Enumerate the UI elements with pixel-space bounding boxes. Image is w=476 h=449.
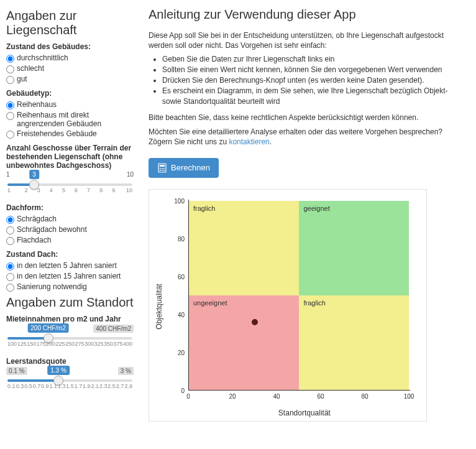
- calculator-icon: [157, 163, 167, 173]
- radio-option[interactable]: gut: [6, 75, 134, 84]
- radio-option[interactable]: Reihenhaus: [6, 100, 134, 109]
- zustand-radiogroup: durchschnittlichschlechtgut: [6, 53, 134, 84]
- typ-radiogroup: ReihenhausReihenhaus mit direkt angrenze…: [6, 100, 134, 139]
- intro-text: Diese App soll Sie bei in der Entscheidu…: [149, 30, 467, 50]
- berechnen-label: Berechnen: [171, 163, 210, 172]
- slider-max-label: 3 %: [118, 367, 134, 375]
- radio-label: in den letzten 5 Jahren saniert: [17, 261, 117, 270]
- radio-option[interactable]: in den letzten 5 Jahren saniert: [6, 261, 134, 271]
- radio-option[interactable]: Schrägdach bewohnt: [6, 225, 134, 234]
- zustand-dach-label: Zustand Dach:: [6, 250, 134, 259]
- radio-label: Reihenhaus mit direkt angrenzenden Gebäu…: [17, 111, 134, 128]
- sidebar-section1-title: Angaben zur Liegenschaft: [6, 9, 134, 37]
- chart-quadrant: fraglich: [188, 201, 299, 296]
- quadrant-label: geeignet: [304, 205, 330, 212]
- slider-max-label: 10: [127, 171, 134, 178]
- x-tick: 40: [273, 391, 280, 400]
- radio-option[interactable]: Freistehendes Gebäude: [6, 129, 134, 139]
- slider-value-bubble: 1.3 %: [47, 366, 70, 375]
- geschosse-label: Anzahl Geschosse über Terrain der besteh…: [6, 144, 134, 170]
- data-point: [252, 319, 258, 325]
- chart-quadrant: geeignet: [299, 201, 410, 296]
- x-tick: 100: [404, 391, 414, 400]
- radio-input[interactable]: [6, 273, 14, 281]
- zustand-label: Zustand des Gebäudes:: [6, 42, 134, 51]
- slider-min-label: 0.1 %: [6, 367, 27, 375]
- y-axis-label: Objektqualität: [155, 284, 163, 329]
- radio-input[interactable]: [6, 237, 14, 245]
- berechnen-button[interactable]: Berechnen: [149, 158, 219, 178]
- y-tick: 20: [178, 349, 188, 356]
- slider-ticks: 100125150175200225250275300325350375400: [7, 341, 132, 347]
- radio-input[interactable]: [6, 101, 14, 109]
- svg-point-3: [162, 168, 163, 169]
- svg-rect-1: [160, 165, 165, 167]
- x-tick: 0: [186, 391, 190, 400]
- svg-point-5: [160, 170, 161, 171]
- step-item: Es erscheint ein Diagramm, in dem Sie se…: [162, 86, 467, 107]
- quadrant-label: ungeeignet: [193, 299, 227, 307]
- radio-option[interactable]: durchschnittlich: [6, 53, 134, 63]
- radio-option[interactable]: Flachdach: [6, 236, 134, 245]
- radio-option[interactable]: Schrägdach: [6, 215, 134, 224]
- step-item: Geben Sie die Daten zur Ihrer Liegenscha…: [162, 54, 467, 65]
- dachform-label: Dachform:: [6, 203, 134, 212]
- x-tick: 80: [361, 391, 368, 400]
- slider-ticks: 12345678910: [7, 187, 132, 193]
- y-tick: 40: [178, 311, 188, 318]
- y-tick: 60: [178, 273, 188, 280]
- radio-label: Freistehendes Gebäude: [17, 129, 97, 138]
- step-item: Drücken Sie den Berechnungs-Knopf unten …: [162, 75, 467, 86]
- steps-list: Geben Sie die Daten zur Ihrer Liegenscha…: [162, 54, 467, 106]
- radio-input[interactable]: [6, 216, 14, 224]
- quadrant-label: fraglich: [304, 299, 326, 307]
- svg-point-2: [160, 168, 161, 169]
- radio-input[interactable]: [6, 65, 14, 73]
- x-axis: [188, 390, 410, 391]
- radio-input[interactable]: [6, 284, 14, 292]
- radio-label: in den letzten 15 Jahren saniert: [17, 272, 121, 280]
- radio-input[interactable]: [6, 55, 14, 63]
- sidebar-section2-title: Angaben zum Standort: [6, 295, 134, 310]
- svg-point-4: [163, 168, 165, 169]
- radio-option[interactable]: Sanierung notwendig: [6, 282, 134, 292]
- radio-option[interactable]: Reihenhaus mit direkt angrenzenden Gebäu…: [6, 111, 134, 128]
- radio-input[interactable]: [6, 226, 14, 234]
- radio-option[interactable]: in den letzten 15 Jahren saniert: [6, 272, 134, 281]
- x-axis-label: Standortqualität: [278, 409, 331, 417]
- contact-text: Möchten Sie eine detailliertere Analyse …: [149, 127, 467, 147]
- radio-label: Schrägdach: [17, 215, 57, 223]
- slider-value-bubble: 3: [29, 170, 39, 179]
- radio-label: durchschnittlich: [17, 53, 68, 62]
- geschosse-slider[interactable]: 311012345678910: [6, 172, 134, 198]
- radio-label: Reihenhaus: [17, 100, 57, 109]
- sidebar: Angaben zur Liegenschaft Zustand des Geb…: [0, 0, 140, 432]
- radio-input[interactable]: [6, 112, 14, 120]
- svg-point-6: [162, 170, 163, 171]
- miete-slider[interactable]: 200 CHF/m2400 CHF/m210012515017520022525…: [6, 326, 134, 352]
- chart-quadrant: fraglich: [299, 295, 410, 391]
- radio-input[interactable]: [6, 262, 14, 271]
- radio-option[interactable]: schlecht: [6, 64, 134, 73]
- zustand-dach-radiogroup: in den letzten 5 Jahren saniertin den le…: [6, 261, 134, 292]
- y-tick: 100: [174, 197, 188, 204]
- miete-label: Mieteinnahmen pro m2 und Jahr: [6, 315, 134, 323]
- radio-label: gut: [17, 75, 27, 83]
- radio-input[interactable]: [6, 131, 14, 139]
- radio-label: Flachdach: [17, 236, 51, 244]
- step-item: Sollten Sie einen Wert nicht kennen, kön…: [162, 65, 467, 75]
- typ-label: Gebäudetyp:: [6, 89, 134, 98]
- slider-min-label: 1: [6, 171, 10, 178]
- y-tick: 80: [178, 235, 188, 242]
- radio-input[interactable]: [6, 76, 14, 84]
- page-title: Anleitung zur Verwendung dieser App: [149, 7, 467, 22]
- x-tick: 20: [229, 391, 236, 400]
- svg-point-7: [163, 170, 165, 171]
- leerstand-slider[interactable]: 1.3 %0.1 %3 %0.10.30.50.70.91.11.31.51.7…: [6, 368, 134, 394]
- main-content: Anleitung zur Verwendung dieser App Dies…: [140, 0, 476, 432]
- chart-quadrant: ungeeignet: [188, 295, 299, 391]
- contact-link[interactable]: kontaktieren: [229, 137, 269, 146]
- radio-label: Schrägdach bewohnt: [17, 225, 87, 234]
- y-axis: [188, 200, 189, 391]
- dachform-radiogroup: SchrägdachSchrägdach bewohntFlachdach: [6, 215, 134, 245]
